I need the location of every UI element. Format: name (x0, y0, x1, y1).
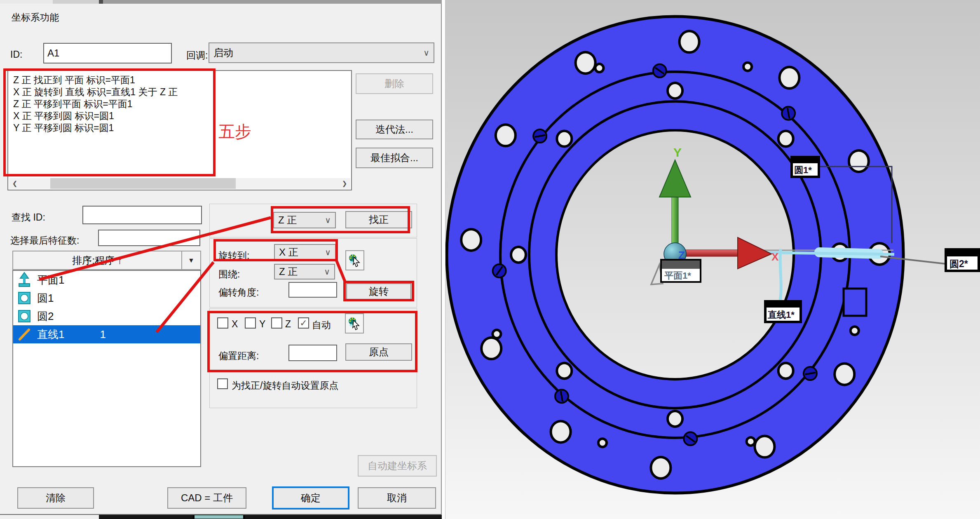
rotate-button[interactable]: 旋转 (346, 283, 411, 300)
chevron-down-icon[interactable]: ∨ (325, 247, 331, 257)
pick-feature-icon (347, 316, 361, 331)
label-line1[interactable]: 直线1* (764, 300, 802, 323)
feature-list[interactable]: 平面1 圆1 圆2 直线1 1 (12, 270, 201, 467)
id-label: ID: (10, 49, 22, 60)
iterative-button[interactable]: 迭代法... (356, 120, 433, 139)
alignment-step[interactable]: X 正 平移到圆 标识=圆1 (13, 110, 351, 122)
z-checkbox[interactable] (271, 317, 282, 329)
pick-feature-button[interactable] (345, 313, 364, 333)
feature-name: 直线1 (37, 327, 64, 342)
alignment-step[interactable]: Y 正 平移到圆 标识=圆1 (13, 122, 351, 134)
alignment-steps-listbox[interactable]: Z 正 找正到 平面 标识=平面1 X 正 旋转到 直线 标识=直线1 关于 Z… (7, 70, 352, 190)
scrollbar-track[interactable] (21, 178, 339, 189)
alignment-step[interactable]: X 正 旋转到 直线 标识=直线1 关于 Z 正 (13, 86, 351, 98)
x-checkbox[interactable] (217, 317, 228, 329)
scrollbar-thumb[interactable] (50, 178, 236, 189)
feature-name: 圆1 (37, 291, 54, 305)
feature-name: 圆2 (37, 309, 54, 324)
line-icon (17, 326, 31, 342)
feature-count: 1 (100, 328, 106, 341)
last-feature-count-input[interactable] (98, 230, 200, 246)
auto-checkbox-label: 自动 (312, 319, 331, 331)
axis-label-x: X (771, 251, 779, 263)
scroll-left-icon[interactable]: ❮ (9, 178, 21, 189)
circle-icon (17, 308, 31, 324)
background-window-edge (0, 0, 442, 4)
horizontal-scrollbar[interactable]: ❮ ❯ (9, 178, 350, 189)
clear-button[interactable]: 清除 (17, 487, 94, 509)
label-circle2[interactable]: 圆2* (945, 248, 980, 272)
auto-checkbox[interactable]: ✓ (298, 317, 309, 329)
viewport-left-edge (442, 0, 445, 519)
last-feature-count-label: 选择最后特征数: (10, 234, 79, 247)
chevron-down-icon[interactable]: ∨ (423, 48, 429, 58)
alignment-step[interactable]: Z 正 平移到平面 标识=平面1 (13, 98, 351, 110)
x-checkbox-label: X (232, 319, 238, 330)
feature-name: 平面1 (37, 273, 64, 287)
auto-origin-checkbox[interactable] (217, 378, 228, 389)
list-item-line1[interactable]: 直线1 1 (13, 325, 200, 343)
chevron-down-icon[interactable]: ∨ (325, 215, 331, 225)
sort-dropdown-icon[interactable]: ▼ (181, 251, 200, 269)
auto-origin-label: 为找正/旋转自动设置原点 (232, 379, 338, 392)
dialog-title: 坐标系功能 (12, 11, 59, 24)
offset-angle-input[interactable] (288, 282, 337, 298)
id-value: A1 (47, 47, 59, 59)
find-id-input[interactable] (82, 206, 202, 224)
cad-viewport[interactable]: Y X Z 圆1* 圆2* 直线1* 平面1* (442, 0, 980, 519)
label-circle1[interactable]: 圆1* (790, 156, 820, 178)
best-fit-button[interactable]: 最佳拟合... (356, 148, 433, 168)
taskbar-sliver (99, 515, 442, 519)
cancel-button[interactable]: 取消 (358, 487, 436, 509)
flange-keyway (844, 289, 866, 316)
id-input[interactable]: A1 (43, 43, 172, 63)
svg-text:圆1*: 圆1* (794, 165, 812, 175)
auto-alignment-button[interactable]: 自动建坐标系 (358, 455, 437, 477)
align-axis-value: Z 正 (278, 214, 297, 227)
about-label: 围绕: (218, 268, 240, 281)
level-button[interactable]: 找正 (345, 211, 412, 228)
svg-text:平面1*: 平面1* (664, 270, 691, 281)
sort-label: 排序:程序 ↑ (13, 254, 181, 267)
label-plane1[interactable]: 平面1* (660, 259, 701, 283)
align-axis-dropdown[interactable]: Z 正 ∨ (273, 212, 336, 228)
chevron-down-icon[interactable]: ∨ (324, 267, 330, 277)
ok-button[interactable]: 确定 (272, 486, 349, 510)
axis-label-y: Y (673, 146, 682, 159)
offset-distance-input[interactable] (288, 345, 337, 361)
offset-distance-label: 偏置距离: (218, 350, 259, 362)
sort-header-button[interactable]: 排序:程序 ↑ ▼ (12, 251, 201, 270)
rotate-to-value: X 正 (279, 246, 298, 259)
checkmark: ✓ (300, 318, 307, 329)
scroll-right-icon[interactable]: ❯ (339, 178, 350, 189)
coordinate-system-dialog: 坐标系功能 ID: A1 回调: 启动 ∨ Z 正 找正到 平面 标识=平面1 … (0, 4, 442, 515)
list-item-plane1[interactable]: 平面1 (13, 271, 200, 289)
y-checkbox[interactable] (245, 317, 256, 329)
svg-text:圆2*: 圆2* (950, 258, 968, 269)
cad-equals-part-button[interactable]: CAD = 工件 (167, 487, 246, 509)
about-axis-value: Z 正 (279, 265, 298, 278)
annotation-text-five-steps: 五步 (218, 120, 251, 143)
origin-button[interactable]: 原点 (345, 343, 412, 361)
find-id-label: 查找 ID: (12, 211, 45, 224)
list-item-circle2[interactable]: 圆2 (13, 307, 200, 325)
delete-button[interactable]: 删除 (356, 73, 433, 94)
callback-dropdown[interactable]: 启动 ∨ (209, 42, 434, 63)
alignment-step[interactable]: Z 正 找正到 平面 标识=平面1 (13, 74, 351, 86)
rotate-to-dropdown[interactable]: X 正 ∨ (274, 244, 336, 260)
pick-feature-button[interactable] (345, 250, 364, 270)
about-axis-dropdown[interactable]: Z 正 ∨ (274, 264, 335, 279)
pick-feature-icon (348, 253, 362, 268)
rotate-to-label: 旋转到: (218, 249, 249, 262)
circle-icon (17, 290, 31, 306)
callback-label: 回调: (186, 49, 208, 62)
callback-value: 启动 (213, 46, 233, 59)
svg-text:直线1*: 直线1* (767, 310, 795, 320)
y-checkbox-label: Y (259, 319, 265, 330)
offset-angle-label: 偏转角度: (218, 286, 259, 299)
list-item-circle1[interactable]: 圆1 (13, 289, 200, 307)
plane-icon (17, 272, 31, 288)
z-checkbox-label: Z (285, 319, 291, 330)
